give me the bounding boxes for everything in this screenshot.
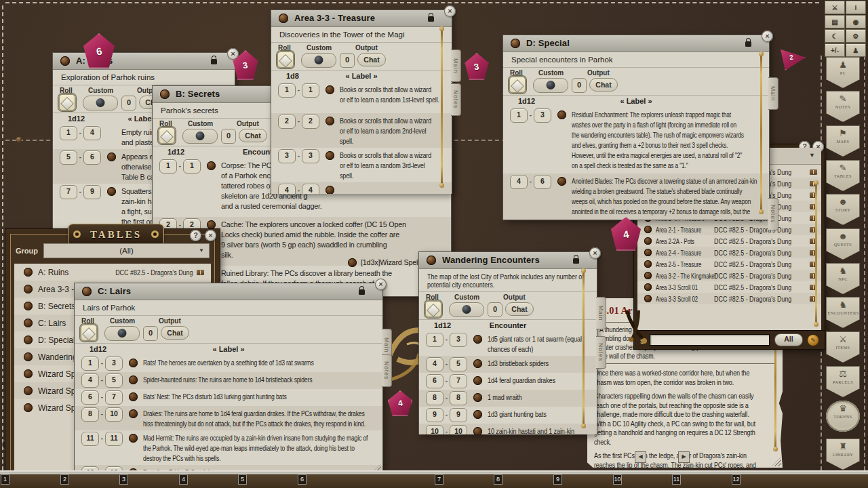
- entry-name[interactable]: Area 3-3 Scroll 01: [656, 283, 699, 291]
- roll-die-button[interactable]: [80, 324, 98, 342]
- range-high[interactable]: 5: [450, 357, 467, 371]
- edit-pencil-button[interactable]: ✎: [808, 335, 818, 346]
- titlebar[interactable]: D: Special ×: [503, 35, 769, 52]
- entry-name[interactable]: Area 3-3 Scroll 02: [656, 295, 699, 303]
- tab-notes[interactable]: Notes: [596, 336, 606, 369]
- hotbar-slot-number[interactable]: 8: [494, 475, 502, 484]
- table-row[interactable]: 11 - 11 Mad Hermit: The ruins are occupi…: [75, 430, 382, 465]
- output-chat-button[interactable]: Chat: [161, 326, 189, 340]
- range-low[interactable]: 1: [81, 357, 99, 371]
- titlebar[interactable]: Wandering Encounters ×: [419, 252, 597, 269]
- range-high[interactable]: 9: [450, 408, 467, 422]
- chevron-down-icon[interactable]: ▼: [809, 152, 815, 159]
- chevron-down-icon[interactable]: ▼: [199, 244, 204, 258]
- table-row[interactable]: 10 - 10 10 zain-kin hastati and 1 zain-k…: [419, 424, 597, 434]
- range-high[interactable]: 1: [302, 83, 319, 98]
- link-bullet-icon[interactable]: [326, 186, 334, 194]
- link-bullet-icon[interactable]: [207, 220, 216, 229]
- hotbar-slot-number[interactable]: 12: [732, 475, 740, 484]
- link-bullet-icon[interactable]: [129, 375, 138, 384]
- hotbar-slot-number[interactable]: 6: [298, 475, 306, 484]
- link-bullet-icon[interactable]: [473, 335, 482, 344]
- red-d10-die[interactable]: 3: [464, 53, 490, 80]
- filter-all-button[interactable]: All: [774, 333, 803, 346]
- tab-notes[interactable]: Notes: [382, 354, 392, 387]
- link-bullet-icon[interactable]: [326, 151, 334, 160]
- close-icon[interactable]: ×: [589, 247, 601, 259]
- lock-icon[interactable]: [745, 41, 751, 47]
- range-high[interactable]: 7: [450, 374, 467, 388]
- red-d12-die[interactable]: 4: [388, 390, 412, 416]
- entry-bullet-icon[interactable]: [24, 369, 33, 378]
- entry-name[interactable]: D: Special: [38, 336, 75, 345]
- sidebar-banner-button[interactable]: ♞ ENCOUNTERS: [826, 297, 860, 328]
- entry-name[interactable]: Area 2-4 - Treasure: [656, 249, 699, 257]
- label-column-header[interactable]: « Label »: [620, 97, 652, 105]
- hotbar-slot-number[interactable]: 1: [1, 475, 9, 484]
- help-icon[interactable]: ?: [190, 230, 201, 241]
- output-chat-button[interactable]: Chat: [505, 302, 534, 316]
- entry-bullet-icon[interactable]: [24, 319, 33, 327]
- roll-die-button[interactable]: [277, 51, 294, 68]
- range-high[interactable]: 9: [83, 185, 101, 199]
- custom-die-toggle[interactable]: [301, 53, 336, 68]
- entry-bullet-icon[interactable]: [644, 260, 652, 268]
- table-row[interactable]: 1 - 3 Rats! The heroes are overtaken by …: [75, 355, 382, 372]
- table-row[interactable]: 8 - 8 1 mad wraith: [419, 390, 597, 407]
- range-low[interactable]: 1: [426, 333, 443, 347]
- custom-die-toggle[interactable]: [104, 326, 140, 341]
- range-low[interactable]: 4: [510, 175, 528, 189]
- lock-icon[interactable]: [211, 59, 217, 64]
- link-bullet-icon[interactable]: [473, 393, 482, 402]
- range-low[interactable]: 7: [60, 185, 77, 199]
- range-high[interactable]: 3: [450, 333, 467, 347]
- custom-count[interactable]: 0: [221, 129, 236, 144]
- hotbar-slot-number[interactable]: 3: [120, 475, 127, 484]
- entry-bullet-icon[interactable]: [24, 386, 33, 395]
- table-row[interactable]: 6 - 7 Bats' Nest: The PCs disturb 1d3 lu…: [75, 389, 382, 406]
- titlebar[interactable]: C: Lairs ×: [75, 283, 382, 300]
- scroll-rope[interactable]: [760, 56, 762, 210]
- entry-bullet-icon[interactable]: [24, 302, 33, 310]
- entry-name[interactable]: Area 2-1 - Treasure: [656, 226, 699, 234]
- entry-name[interactable]: Area 3-2 - The Kingmaker: [656, 272, 699, 280]
- entry-name[interactable]: A: Ruins: [38, 268, 68, 277]
- link-bullet-icon[interactable]: [473, 410, 482, 419]
- table-row[interactable]: 1 - 3 1d5 giant rats or 1 rat swarm (equ…: [419, 331, 597, 356]
- link-bullet-icon[interactable]: [129, 409, 138, 418]
- close-icon[interactable]: ×: [762, 30, 773, 42]
- custom-die-toggle[interactable]: [83, 96, 118, 110]
- entry-bullet-icon[interactable]: [644, 295, 652, 302]
- sidebar-banner-button[interactable]: ⚖ PARCELS: [826, 366, 860, 397]
- roll-die-button[interactable]: [58, 94, 76, 111]
- radial-menu-icon[interactable]: [427, 256, 436, 265]
- entry-bullet-icon[interactable]: [644, 249, 652, 256]
- hotbar[interactable]: 123456789101112: [0, 474, 868, 488]
- entry-bullet-icon[interactable]: [24, 336, 33, 344]
- entry-bullet-icon[interactable]: [24, 352, 33, 361]
- range-low[interactable]: 5: [60, 150, 77, 165]
- group-dropdown[interactable]: (All) ▼: [43, 243, 210, 258]
- lock-icon[interactable]: [428, 16, 434, 22]
- table-row[interactable]: 2 - 2 Books or scrolls that allow a wiza…: [271, 113, 452, 148]
- sidebar-banner-button[interactable]: ♛ TOKENS: [826, 401, 860, 432]
- link-bullet-icon[interactable]: [473, 376, 482, 385]
- scroll-rope[interactable]: [441, 30, 443, 184]
- table-row[interactable]: 4 - 6 Anointed Blades: The PCs discover …: [503, 174, 769, 220]
- link-bullet-icon[interactable]: [348, 258, 357, 267]
- list-item[interactable]: Area 3-2 - The Kingmaker DCC #82.5 - Dra…: [637, 270, 821, 281]
- scroll-rope[interactable]: [815, 184, 817, 323]
- output-chat-button[interactable]: Chat: [357, 53, 386, 66]
- list-item[interactable]: Area 2-5 - Treasure DCC #82.5 - Dragora'…: [637, 258, 821, 270]
- module-book-icon[interactable]: [810, 169, 817, 175]
- tab-main[interactable]: Main: [451, 49, 461, 82]
- custom-count[interactable]: 0: [121, 96, 136, 110]
- link-bullet-icon[interactable]: [473, 427, 482, 434]
- range-low[interactable]: 3: [278, 149, 296, 163]
- tab-main[interactable]: Main: [596, 297, 606, 329]
- range-low[interactable]: 1: [159, 159, 177, 174]
- list-item[interactable]: A: Ruins DCC #82.5 - Dragora's Dung: [14, 264, 211, 281]
- custom-die-toggle[interactable]: [533, 78, 568, 93]
- label-column-header[interactable]: « Label »: [345, 72, 377, 80]
- hotbar-slot-number[interactable]: 7: [435, 475, 443, 484]
